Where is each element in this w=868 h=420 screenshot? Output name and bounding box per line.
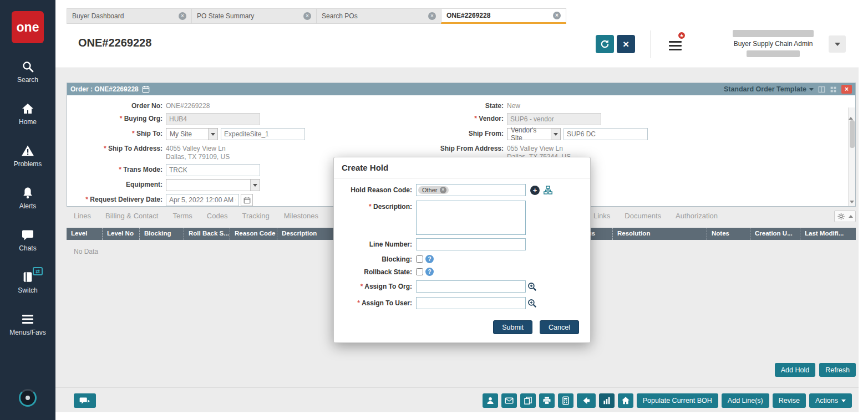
template-selector[interactable]: Standard Order Template xyxy=(724,85,814,93)
trans-mode-field[interactable] xyxy=(166,164,260,176)
workspace-tab-search-pos[interactable]: Search POs × xyxy=(316,8,441,24)
tab-links[interactable]: Links xyxy=(593,210,610,220)
collapse-icon[interactable] xyxy=(849,215,853,218)
org-lookup-button[interactable] xyxy=(527,282,537,291)
hold-reason-code-field[interactable]: Other × xyxy=(416,184,526,196)
date-picker-button[interactable] xyxy=(241,194,253,206)
back-toolbar-button[interactable] xyxy=(577,393,596,408)
chip-remove-icon[interactable]: × xyxy=(440,187,446,193)
refresh-holds-button[interactable]: Refresh xyxy=(819,363,856,377)
hierarchy-picker-button[interactable] xyxy=(544,186,552,194)
refresh-view-button[interactable] xyxy=(596,35,614,53)
tab-authorization[interactable]: Authorization xyxy=(676,210,718,220)
tab-terms[interactable]: Terms xyxy=(172,210,192,220)
home-toolbar-button[interactable] xyxy=(618,393,633,408)
sidebar-item-label: Home xyxy=(19,118,37,126)
panel-settings-icon[interactable] xyxy=(830,86,837,93)
column-header-resolution[interactable]: Resolution xyxy=(613,228,707,240)
sidebar-item-menus-favs[interactable]: Menus/Favs xyxy=(0,311,55,336)
print-toolbar-button[interactable] xyxy=(539,393,555,408)
add-reason-button[interactable]: + xyxy=(530,186,540,195)
sidebar-item-chats[interactable]: Chats xyxy=(0,227,55,252)
sidebar-item-switch[interactable]: ⇄ Switch xyxy=(0,269,55,294)
hierarchy-icon xyxy=(544,186,552,194)
user-menu-chevron-button[interactable] xyxy=(829,35,846,53)
actions-menu-button[interactable]: Actions xyxy=(809,393,852,408)
no-data-label: No Data xyxy=(74,248,98,255)
chat-bubble-icon xyxy=(21,227,34,242)
vendor-field[interactable] xyxy=(507,113,601,125)
scroll-up-icon[interactable] xyxy=(849,107,853,120)
tab-lines[interactable]: Lines xyxy=(74,210,91,220)
tab-documents[interactable]: Documents xyxy=(625,210,661,220)
sidebar-item-alerts[interactable]: Alerts xyxy=(0,185,55,210)
blocking-help-icon[interactable]: ? xyxy=(425,255,434,263)
column-header-creation-user[interactable]: Creation U... xyxy=(750,228,800,240)
rollback-state-label: Rollback State: xyxy=(342,268,416,276)
add-lines-button[interactable]: Add Line(s) xyxy=(722,393,769,408)
copy-toolbar-button[interactable] xyxy=(520,393,536,408)
description-field[interactable] xyxy=(416,201,526,235)
cancel-button[interactable]: Cancel xyxy=(540,320,579,334)
add-hold-button[interactable]: Add Hold xyxy=(775,363,815,377)
calculator-toolbar-button[interactable] xyxy=(558,393,573,408)
equipment-select[interactable] xyxy=(166,179,260,191)
submit-button[interactable]: Submit xyxy=(493,320,532,334)
column-header-blocking[interactable]: Blocking xyxy=(140,228,184,240)
buying-org-field[interactable] xyxy=(166,113,260,125)
populate-current-boh-button[interactable]: Populate Current BOH xyxy=(637,393,718,408)
panel-scrollbar[interactable] xyxy=(848,107,855,206)
one-logo[interactable]: one xyxy=(12,11,44,43)
sidebar-item-problems[interactable]: Problems xyxy=(0,143,55,168)
sidebar-item-home[interactable]: Home xyxy=(0,101,55,126)
assign-to-user-field[interactable] xyxy=(416,297,526,309)
calculator-icon xyxy=(561,396,570,405)
rollback-help-icon[interactable]: ? xyxy=(425,268,434,276)
tab-milestones[interactable]: Milestones xyxy=(284,210,318,220)
column-header-rollback[interactable]: Roll Back S... xyxy=(184,228,230,240)
calendar-icon[interactable] xyxy=(142,85,150,93)
rollback-state-checkbox[interactable] xyxy=(416,268,423,275)
column-header-last-modified[interactable]: Last Modifi... xyxy=(800,228,856,240)
scroll-down-icon[interactable] xyxy=(850,201,854,203)
panel-columns-icon[interactable] xyxy=(818,86,825,93)
app-root: one Search Home Problems Alerts xyxy=(0,0,868,420)
panel-close-button[interactable]: × xyxy=(841,85,852,94)
sidebar-item-search[interactable]: Search xyxy=(0,59,55,84)
ship-from-type-select[interactable]: Vendor's Site xyxy=(507,128,561,140)
column-header-notes[interactable]: Notes xyxy=(707,228,750,240)
ship-to-site-field[interactable] xyxy=(221,128,305,140)
chart-toolbar-button[interactable] xyxy=(599,393,615,408)
ship-from-site-field[interactable] xyxy=(564,128,648,140)
global-menu-button[interactable] xyxy=(669,39,682,53)
column-header-reason-code[interactable]: Reason Code xyxy=(230,228,277,240)
grid-settings-box[interactable] xyxy=(834,211,856,222)
close-view-button[interactable]: × xyxy=(617,35,635,53)
request-delivery-date-field[interactable] xyxy=(166,194,239,206)
column-header-level-no[interactable]: Level No xyxy=(103,228,140,240)
workspace-tab-buyer-dashboard[interactable]: Buyer Dashboard × xyxy=(67,8,192,24)
contact-toolbar-button[interactable] xyxy=(483,393,498,408)
tab-tracking[interactable]: Tracking xyxy=(242,210,269,220)
workspace-tab-order[interactable]: ONE#2269228 × xyxy=(441,8,566,24)
tab-close-icon[interactable]: × xyxy=(428,12,436,20)
workspace-tab-po-state-summary[interactable]: PO State Summary × xyxy=(191,8,317,24)
scrollbar-thumb[interactable] xyxy=(850,120,855,148)
redacted-user-org xyxy=(747,50,800,57)
blocking-checkbox[interactable] xyxy=(416,255,423,263)
sidebar-avatar-icon[interactable] xyxy=(19,389,37,407)
tab-billing-contact[interactable]: Billing & Contact xyxy=(105,210,158,220)
gear-icon[interactable] xyxy=(837,213,845,220)
tab-close-icon[interactable]: × xyxy=(179,12,186,20)
tab-close-icon[interactable]: × xyxy=(303,12,311,20)
chat-toolbar-button[interactable] xyxy=(74,393,96,408)
tab-codes[interactable]: Codes xyxy=(207,210,228,220)
column-header-level[interactable]: Level xyxy=(67,228,103,240)
revise-button[interactable]: Revise xyxy=(773,393,806,408)
email-toolbar-button[interactable] xyxy=(501,393,517,408)
assign-to-org-field[interactable] xyxy=(416,280,526,293)
tab-close-icon[interactable]: × xyxy=(553,12,561,19)
ship-to-type-select[interactable]: My Site xyxy=(166,128,218,140)
line-number-field[interactable] xyxy=(416,238,526,250)
user-lookup-button[interactable] xyxy=(527,299,537,308)
